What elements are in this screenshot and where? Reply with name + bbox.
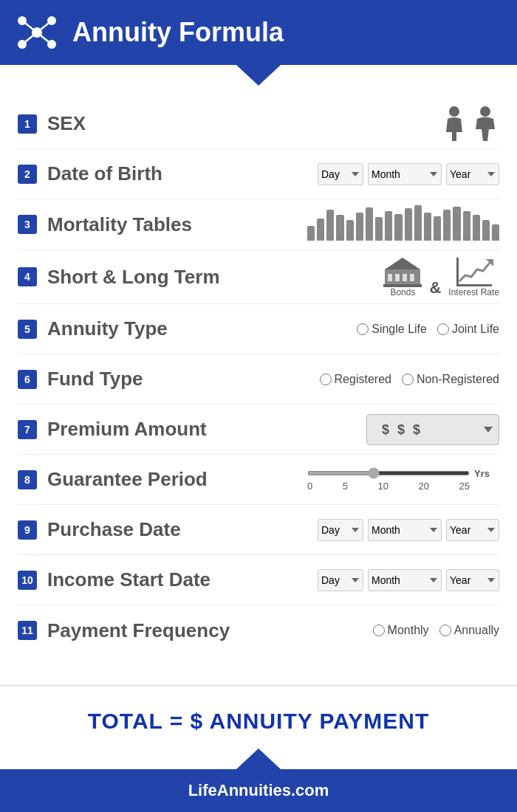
single-life-radio[interactable]: [357, 323, 369, 335]
tick-5: 5: [343, 481, 348, 492]
page-title: Annuity Formula: [72, 17, 284, 48]
row-shortlong: 4 Short & Long Term Bonds &: [18, 250, 499, 304]
bar: [385, 211, 392, 241]
row-num-1: 1: [18, 114, 37, 134]
header-triangle: [236, 65, 281, 86]
interest-box: Interest Rate: [448, 256, 499, 297]
purchase-day-select[interactable]: Day: [318, 519, 363, 541]
interest-rate-chart-icon: [455, 256, 493, 287]
total-section: TOTAL = $ ANNUITY PAYMENT: [0, 684, 517, 749]
label-fund-type: Fund Type: [47, 368, 320, 390]
row-num-10: 10: [18, 571, 37, 590]
page-header: Annuity Formula: [0, 0, 517, 65]
monthly-option[interactable]: Monthly: [373, 624, 429, 637]
payment-freq-radios: Monthly Annually: [373, 624, 499, 637]
row-num-8: 8: [18, 470, 37, 489]
non-registered-label: Non-Registered: [417, 373, 499, 386]
row-fund-type: 6 Fund Type Registered Non-Registered: [18, 354, 499, 405]
bar: [414, 205, 422, 241]
dob-selects: Day Month Year: [318, 163, 499, 185]
income-month-select[interactable]: Month: [368, 569, 442, 591]
svg-marker-16: [385, 258, 420, 269]
row-mortality: 3 Mortality Tables: [18, 199, 499, 250]
sex-icons-container: [440, 106, 499, 142]
label-income-start: Income Start Date: [47, 568, 318, 591]
bar: [394, 214, 402, 241]
registered-option[interactable]: Registered: [320, 373, 391, 386]
svg-line-6: [37, 21, 52, 32]
monthly-radio[interactable]: [373, 625, 385, 636]
label-guarantee: Guarantee Period: [47, 468, 307, 491]
bar: [336, 215, 343, 241]
row-num-6: 6: [18, 370, 37, 389]
row-num-9: 9: [18, 520, 37, 540]
svg-rect-14: [403, 274, 407, 281]
svg-rect-18: [456, 284, 492, 286]
bar: [492, 224, 499, 241]
label-premium: Premium Amount: [47, 418, 366, 441]
row-purchase-date: 9 Purchase Date Day Month Year: [18, 505, 499, 555]
registered-label: Registered: [335, 373, 391, 386]
bar: [317, 219, 324, 241]
svg-line-5: [22, 21, 37, 32]
bar: [307, 226, 315, 241]
row-num-4: 4: [18, 267, 37, 286]
label-dob: Date of Birth: [47, 162, 318, 185]
row-num-7: 7: [18, 420, 37, 439]
premium-select[interactable]: $ $ $: [366, 414, 499, 445]
bar: [405, 208, 412, 241]
label-payment-freq: Payment Frequency: [47, 619, 373, 642]
fund-type-radios: Registered Non-Registered: [320, 373, 499, 386]
svg-rect-15: [410, 274, 414, 281]
annually-option[interactable]: Annually: [439, 624, 499, 637]
svg-rect-13: [395, 274, 400, 281]
non-registered-option[interactable]: Non-Registered: [402, 373, 499, 386]
dob-year-select[interactable]: Year: [446, 163, 499, 185]
label-sex: SEX: [47, 112, 440, 135]
row-guarantee: 8 Guarantee Period Yrs 0 5 10 20 25: [18, 455, 499, 505]
income-year-select[interactable]: Year: [446, 569, 499, 591]
bar: [463, 211, 470, 241]
row-num-2: 2: [18, 165, 37, 184]
registered-radio[interactable]: [320, 374, 332, 385]
dob-month-select[interactable]: Month: [368, 163, 442, 185]
joint-life-option[interactable]: Joint Life: [437, 323, 499, 336]
single-life-option[interactable]: Single Life: [357, 323, 427, 336]
bar: [473, 215, 480, 241]
bar: [346, 220, 354, 241]
row-sex: 1 SEX: [18, 99, 499, 149]
guarantee-control: Yrs 0 5 10 20 25: [307, 468, 499, 492]
annually-radio[interactable]: [439, 625, 451, 636]
bar: [443, 210, 451, 241]
non-registered-radio[interactable]: [402, 374, 414, 385]
income-start-selects: Day Month Year: [318, 569, 499, 591]
label-shortlong: Short & Long Term: [47, 266, 383, 289]
page-footer: LifeAnnuities.com: [0, 769, 517, 812]
purchase-month-select[interactable]: Month: [368, 519, 442, 541]
row-income-start: 10 Income Start Date Day Month Year: [18, 555, 499, 605]
svg-point-9: [449, 106, 459, 117]
purchase-year-select[interactable]: Year: [446, 519, 499, 541]
footer-triangle: [236, 749, 281, 769]
network-icon: [15, 10, 59, 55]
svg-rect-19: [456, 258, 459, 284]
income-day-select[interactable]: Day: [318, 569, 363, 591]
slider-unit: Yrs: [474, 468, 490, 479]
female-icon[interactable]: [440, 106, 468, 142]
bar: [424, 213, 431, 241]
bonds-building-icon: [383, 256, 422, 287]
mortality-chart: [307, 205, 499, 244]
bar: [453, 207, 460, 241]
joint-life-radio[interactable]: [437, 323, 449, 335]
tick-10: 10: [378, 481, 388, 492]
tick-20: 20: [419, 481, 429, 492]
slider-wrap: Yrs: [307, 468, 499, 479]
bar: [375, 217, 383, 241]
guarantee-slider[interactable]: [307, 471, 470, 475]
male-icon[interactable]: [471, 106, 499, 142]
row-num-5: 5: [18, 320, 37, 339]
dob-day-select[interactable]: Day: [318, 163, 363, 185]
slider-container: Yrs 0 5 10 20 25: [307, 468, 499, 492]
svg-rect-12: [388, 274, 392, 281]
footer-area: LifeAnnuities.com: [0, 749, 517, 812]
